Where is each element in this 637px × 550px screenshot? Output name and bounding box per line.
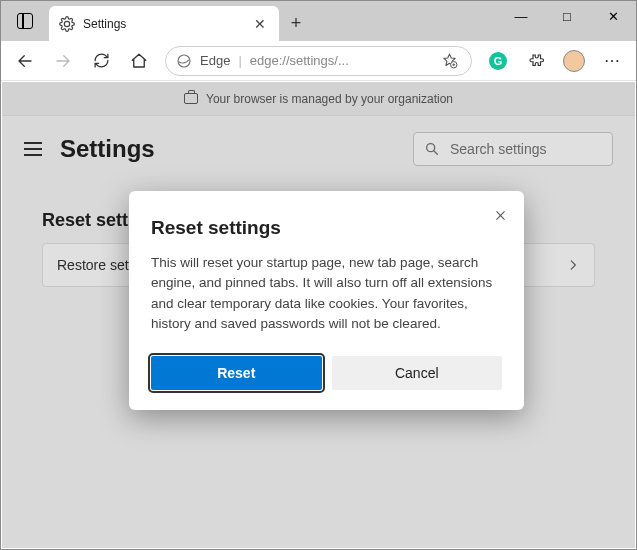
close-icon: ✕ — [608, 9, 619, 24]
titlebar: Settings ✕ + — □ ✕ — [1, 1, 636, 41]
edge-icon — [176, 53, 192, 69]
tab-actions-button[interactable] — [1, 1, 49, 41]
browser-window: Settings ✕ + — □ ✕ Edge | edge://setting… — [0, 0, 637, 550]
tab-close-button[interactable]: ✕ — [251, 16, 269, 32]
address-bar[interactable]: Edge | edge://settings/... — [165, 46, 472, 76]
extensions-button[interactable] — [518, 43, 554, 79]
address-scheme-label: Edge — [200, 53, 230, 68]
window-minimize-button[interactable]: — — [498, 1, 544, 31]
maximize-icon: □ — [563, 9, 571, 24]
avatar-icon — [563, 50, 585, 72]
more-icon: ⋯ — [604, 51, 620, 70]
window-maximize-button[interactable]: □ — [544, 1, 590, 31]
grammarly-icon: G — [489, 52, 507, 70]
new-tab-button[interactable]: + — [279, 6, 313, 40]
address-separator: | — [238, 53, 241, 68]
tab-actions-icon — [17, 13, 33, 29]
cancel-button[interactable]: Cancel — [332, 356, 503, 390]
profile-button[interactable] — [556, 43, 592, 79]
address-url: edge://settings/... — [250, 53, 433, 68]
star-plus-icon — [441, 52, 458, 69]
gear-icon — [59, 16, 75, 32]
minimize-icon: — — [515, 9, 528, 24]
reload-button[interactable] — [83, 43, 119, 79]
back-button[interactable] — [7, 43, 43, 79]
more-button[interactable]: ⋯ — [594, 43, 630, 79]
tab-title: Settings — [83, 17, 243, 31]
home-button[interactable] — [121, 43, 157, 79]
dialog-buttons: Reset Cancel — [151, 356, 502, 390]
dialog-close-button[interactable] — [488, 203, 512, 227]
puzzle-icon — [527, 52, 545, 70]
close-icon — [494, 209, 507, 222]
favorite-button[interactable] — [441, 52, 467, 69]
arrow-left-icon — [16, 52, 34, 70]
grammarly-extension-button[interactable]: G — [480, 43, 516, 79]
window-close-button[interactable]: ✕ — [590, 1, 636, 31]
dialog-title: Reset settings — [151, 217, 502, 239]
arrow-right-icon — [54, 52, 72, 70]
reload-icon — [93, 52, 110, 69]
reset-settings-dialog: Reset settings This will reset your star… — [129, 191, 524, 410]
toolbar: Edge | edge://settings/... G ⋯ — [1, 41, 636, 81]
forward-button[interactable] — [45, 43, 81, 79]
browser-tab[interactable]: Settings ✕ — [49, 6, 279, 41]
reset-button[interactable]: Reset — [151, 356, 322, 390]
home-icon — [130, 52, 148, 70]
dialog-body: This will reset your startup page, new t… — [151, 253, 502, 334]
